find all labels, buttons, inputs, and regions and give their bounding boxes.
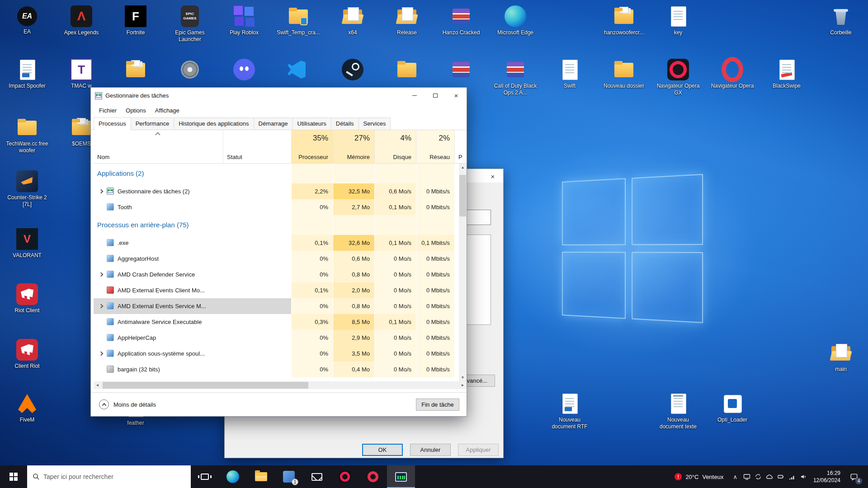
desktop-icon-apex-legends[interactable]: ΛApex Legends xyxy=(60,5,103,36)
process-row[interactable]: Tooth0%2,7 Mo0,1 Mo/s0 Mbits/s xyxy=(94,199,459,215)
desktop-icon-discord[interactable] xyxy=(222,59,266,80)
desktop-icon-techware-cc-free-woofer[interactable]: TechWare.cc free woofer xyxy=(5,117,49,154)
tab-historique-des-applications[interactable]: Historique des applications xyxy=(174,117,254,130)
desktop-icon-microsoft-edge[interactable]: Microsoft Edge xyxy=(494,5,537,36)
sync-tray-icon[interactable] xyxy=(753,473,764,480)
desktop-icon-blackswipe[interactable]: BlackSwipe xyxy=(765,59,808,89)
expand-chevron-icon[interactable] xyxy=(99,189,104,193)
column-header-disk[interactable]: 4% Disque xyxy=(374,130,416,163)
dialog-apply-button[interactable]: Appliquer xyxy=(458,444,499,456)
taskbar-task-manager-button[interactable] xyxy=(387,465,415,488)
desktop-icon-fivem[interactable]: FiveM xyxy=(5,393,49,423)
process-row[interactable]: bargain (32 bits)0%0,4 Mo0 Mo/s0 Mbits/s xyxy=(94,361,459,377)
desktop-icon-navigateur-opera-gx[interactable]: Navigateur Opera GX xyxy=(656,59,700,96)
desktop-icon-corbeille[interactable]: Corbeille xyxy=(819,5,863,36)
desktop-icon-impact-spoofer[interactable]: Impact Spoofer xyxy=(5,59,49,89)
process-group-header[interactable]: Applications (2) xyxy=(94,164,459,183)
desktop-icon-folder[interactable] xyxy=(385,59,429,80)
column-header-name[interactable]: Nom xyxy=(94,130,223,163)
desktop-icon-tmac-w[interactable]: TTMAC w xyxy=(60,59,103,89)
scroll-down-icon[interactable]: ▼ xyxy=(459,374,467,381)
desktop-icon-hanzowoofercr[interactable]: hanzowoofercr... xyxy=(602,5,646,36)
scrollbar-thumb[interactable] xyxy=(459,175,466,216)
horizontal-scrollbar[interactable]: ◄ ► xyxy=(94,381,467,389)
desktop-icon-hanzo-cracked[interactable]: Hanzo Cracked xyxy=(439,5,483,36)
process-row[interactable]: AggregatorHost0%0,6 Mo0 Mo/s0 Mbits/s xyxy=(94,251,459,267)
news-weather-widget[interactable]: ! 20°C Venteux xyxy=(669,465,729,488)
tab-utilisateurs[interactable]: Utilisateurs xyxy=(292,117,331,130)
desktop-icon-client-riot[interactable]: Client Riot xyxy=(5,339,49,370)
search-input[interactable] xyxy=(43,473,179,480)
desktop-icon-main[interactable]: main xyxy=(819,342,863,373)
desktop-icon-steam[interactable] xyxy=(331,59,374,80)
vertical-scrollbar[interactable]: ▲ ▼ xyxy=(459,164,467,382)
task-view-button[interactable] xyxy=(191,465,219,488)
process-group-header[interactable]: Processus en arrière-plan (75) xyxy=(94,215,459,235)
scrollbar-thumb[interactable] xyxy=(103,382,308,389)
scroll-right-icon[interactable]: ► xyxy=(459,381,467,389)
expand-chevron-icon[interactable] xyxy=(99,304,104,308)
desktop-icon-key[interactable]: key xyxy=(656,5,700,36)
process-row[interactable]: AppHelperCap0%2,9 Mo0 Mo/s0 Mbits/s xyxy=(94,330,459,346)
network-tray-icon[interactable] xyxy=(787,473,798,480)
display-tray-icon[interactable] xyxy=(741,473,753,480)
desktop-icon-valorant[interactable]: VVALORANT xyxy=(5,228,49,259)
process-row[interactable]: .exe0,1%32,6 Mo0,1 Mo/s0,1 Mbits/s xyxy=(94,235,459,251)
desktop-icon-winrar[interactable] xyxy=(439,59,483,80)
taskbar-opera-button[interactable] xyxy=(359,465,387,488)
tab-d-tails[interactable]: Détails xyxy=(331,117,359,130)
desktop-icon-epic-games-launcher[interactable]: EPIC GAMESEpic Games Launcher xyxy=(168,5,212,43)
desktop-icon-fortnite[interactable]: FFortnite xyxy=(114,5,157,36)
process-row[interactable]: Application sous-système spoul...0%3,5 M… xyxy=(94,346,459,361)
desktop-icon-nouveau-document-rtf[interactable]: Nouveau document RTF xyxy=(548,393,591,430)
desktop-icon-call-of-duty-black-ops-2-a[interactable]: Call of Duty Black Ops 2 A... xyxy=(494,59,537,96)
process-row[interactable]: AMD External Events Service M...0%0,8 Mo… xyxy=(94,298,459,314)
desktop-icon-navigateur-opera[interactable]: Navigateur Opera xyxy=(711,59,754,89)
tab-services[interactable]: Services xyxy=(359,117,391,130)
desktop-icon-nouveau-dossier[interactable]: Nouveau dossier xyxy=(602,59,646,89)
desktop-icon-x64[interactable]: x64 xyxy=(331,5,374,36)
dialog-ok-button[interactable]: OK xyxy=(362,444,403,456)
desktop-icon-play-roblox[interactable]: Play Roblox xyxy=(222,5,266,36)
dialog-close-icon[interactable]: × xyxy=(485,171,500,182)
column-header-status[interactable]: Statut xyxy=(223,130,291,163)
column-header-network[interactable]: 2% Réseau xyxy=(416,130,454,163)
menu-affichage[interactable]: Affichage xyxy=(151,105,184,116)
expand-chevron-icon[interactable] xyxy=(99,351,104,356)
close-button[interactable]: × xyxy=(446,88,467,104)
desktop-icon-ea[interactable]: EAEA xyxy=(5,5,49,35)
process-row[interactable]: AMD External Events Client Mo...0,1%2,0 … xyxy=(94,282,459,298)
desktop-icon-swift[interactable]: Swift xyxy=(548,59,591,89)
desktop-icon-counter-strike-2-7l[interactable]: Counter-Strike 2 [7L] xyxy=(5,170,49,208)
desktop-icon-opti-loader[interactable]: Opti_Loader xyxy=(711,393,754,423)
process-row[interactable]: Gestionnaire des tâches (2)2,2%32,5 Mo0,… xyxy=(94,183,459,199)
taskbar-opera-gx-button[interactable] xyxy=(331,465,359,488)
column-header-memory[interactable]: 27% Mémoire xyxy=(333,130,374,163)
taskbar-search[interactable] xyxy=(27,465,191,488)
tray-expand-icon[interactable]: ∧ xyxy=(729,474,741,480)
menu-options[interactable]: Options xyxy=(121,105,151,116)
minimize-button[interactable] xyxy=(404,88,425,104)
volume-tray-icon[interactable] xyxy=(798,473,809,480)
taskbar-edge-button[interactable] xyxy=(219,465,247,488)
start-button[interactable] xyxy=(0,465,27,488)
desktop-icon-vscode[interactable] xyxy=(275,59,318,80)
desktop-icon-swift-temp-cra[interactable]: Swift_Temp_cra... xyxy=(277,5,320,36)
taskbar-mail-button[interactable] xyxy=(303,465,331,488)
titlebar[interactable]: Gestionnaire des tâches × xyxy=(91,88,467,104)
desktop-icon-nouveau-document-texte[interactable]: Nouveau document texte xyxy=(656,393,700,430)
taskbar-explorer-button[interactable] xyxy=(247,465,275,488)
collapse-details-icon[interactable] xyxy=(99,399,109,409)
menu-fichier[interactable]: Fichier xyxy=(94,105,121,116)
scroll-up-icon[interactable]: ▲ xyxy=(459,164,467,171)
tab-processus[interactable]: Processus xyxy=(94,117,131,130)
desktop-icon-gear[interactable] xyxy=(168,59,212,80)
dialog-cancel-button[interactable]: Annuler xyxy=(410,444,451,456)
scroll-left-icon[interactable]: ◄ xyxy=(94,381,101,389)
tab-d-marrage[interactable]: Démarrage xyxy=(254,117,293,130)
desktop-icon-release[interactable]: Release xyxy=(385,5,429,36)
expand-chevron-icon[interactable] xyxy=(99,272,104,277)
notification-center-button[interactable]: 4 xyxy=(844,465,863,488)
details-toggle[interactable]: Moins de détails xyxy=(113,401,156,408)
tab-performance[interactable]: Performance xyxy=(131,117,174,130)
